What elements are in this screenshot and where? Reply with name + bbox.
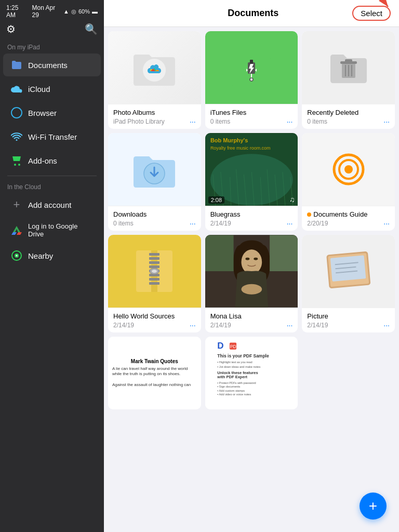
music-note-icon: ♫ [289,195,295,204]
docs-guide-more-btn[interactable]: ··· [383,219,390,228]
mona-lisa-thumbnail [205,235,298,308]
svg-rect-50 [149,282,159,285]
svg-text:• Sign documents: • Sign documents [217,385,240,388]
mona-lisa-name: Mona Lisa [210,312,293,320]
sidebar-item-nearby[interactable]: Nearby [3,244,101,267]
bluegrass-name: Bluegrass [210,210,293,218]
svg-text:• Add video or voice notes: • Add video or voice notes [217,393,251,396]
sidebar-item-browser[interactable]: Browser [3,101,101,124]
wifi-status-icon: ▲ [63,8,69,15]
svg-marker-6 [17,232,22,235]
nearby-label: Nearby [28,251,53,260]
hello-world-more-btn[interactable]: ··· [190,321,196,329]
svg-rect-14 [250,60,253,64]
svg-text:with PDF Expert: with PDF Expert [217,375,247,379]
mark-twain-title: Mark Twain Quotes [131,358,178,364]
settings-icon[interactable]: ⚙ [6,23,16,35]
photo-albums-meta: iPad Photo Library ··· [113,117,196,126]
sidebar: 1:25 AM Mon Apr 29 ▲ ◎ 60% ▬ ⚙ 🔍 On my i… [0,0,104,532]
svg-point-9 [16,255,18,257]
sidebar-item-wifi-transfer[interactable]: Wi-Fi Transfer [3,125,101,148]
sidebar-item-add-account[interactable]: + Add account [3,193,101,216]
bluegrass-info: Bluegrass 2/14/19 ··· [205,206,298,231]
location-icon: ◎ [71,8,76,15]
svg-text:• Highlight text as you read: • Highlight text as you read [217,361,252,364]
recently-deleted-more-btn[interactable]: ··· [383,117,390,126]
file-card-mark-twain[interactable]: Mark Twain Quotes A lie can travel half … [108,337,201,409]
mark-twain-body: A lie can travel half way around the wor… [112,366,197,388]
svg-marker-5 [11,232,17,235]
picture-info: Picture 2/14/19 ··· [302,308,395,332]
plus-circle-icon: + [10,198,23,211]
itunes-name: iTunes Files [210,109,293,116]
pdf-thumbnail: D PDF This is your PDF Sample • Highligh… [205,337,298,409]
cart-icon [10,154,23,167]
bluegrass-thumbnail: Bob Murphy's Royalty free music room.com… [205,133,298,206]
sidebar-item-documents[interactable]: Documents [3,54,101,76]
file-card-mona-lisa[interactable]: Mona Lisa 2/14/19 ··· [205,235,298,332]
browser-label: Browser [28,109,57,117]
downloads-name: Downloads [113,210,196,218]
hello-world-name: Hello World Sources [113,312,196,320]
mark-twain-thumbnail: Mark Twain Quotes A lie can travel half … [108,337,201,409]
sidebar-item-addons[interactable]: Add-ons [3,149,101,172]
photo-albums-thumbnail [108,31,201,104]
file-card-bluegrass[interactable]: Bob Murphy's Royalty free music room.com… [205,133,298,231]
hello-world-date: 2/14/19 [113,322,134,329]
page-title: Documents [154,8,352,19]
bluegrass-more-btn[interactable]: ··· [287,219,293,228]
file-card-picture[interactable]: Picture 2/14/19 ··· [302,235,395,332]
svg-text:PDF: PDF [230,344,239,349]
header-right: Select [352,6,391,21]
picture-more-btn[interactable]: ··· [383,321,390,329]
recently-deleted-meta: 0 items ··· [307,117,390,126]
downloads-meta: 0 items ··· [113,219,196,228]
svg-text:• Jot down ideas and make note: • Jot down ideas and make notes [217,365,260,368]
picture-name: Picture [307,312,390,320]
main-panel: Documents Select [104,0,399,532]
svg-point-0 [11,108,22,118]
bluegrass-date: 2/14/19 [210,220,231,227]
addons-label: Add-ons [28,156,57,165]
mona-lisa-date: 2/14/19 [210,322,231,329]
svg-text:• Add custom stamps: • Add custom stamps [217,389,245,392]
file-card-documents-guide[interactable]: Documents Guide 2/20/19 ··· [302,133,395,231]
bluegrass-meta: 2/14/19 ··· [210,219,293,228]
file-card-pdf[interactable]: D PDF This is your PDF Sample • Highligh… [205,337,298,409]
select-button[interactable]: Select [352,6,391,21]
photo-albums-name: Photo Albums [113,109,196,116]
file-card-downloads[interactable]: Downloads 0 items ··· [108,133,201,231]
recently-deleted-thumbnail [302,31,395,104]
svg-text:• Protect PDFs with password: • Protect PDFs with password [217,381,256,384]
photo-albums-info: Photo Albums iPad Photo Library ··· [108,104,201,129]
itunes-more-btn[interactable]: ··· [287,117,293,126]
mona-lisa-more-btn[interactable]: ··· [287,321,293,329]
search-icon[interactable]: 🔍 [85,23,98,35]
hello-world-thumbnail [108,235,201,308]
sidebar-divider [7,176,97,176]
file-card-itunes[interactable]: iTunes Files 0 items ··· [205,31,298,129]
svg-text:This is your PDF Sample: This is your PDF Sample [217,353,269,358]
downloads-more-btn[interactable]: ··· [190,219,196,228]
itunes-info: iTunes Files 0 items ··· [205,104,298,129]
downloads-info: Downloads 0 items ··· [108,206,201,231]
docs-guide-thumbnail [302,133,395,206]
svg-marker-4 [13,226,20,232]
file-card-hello-world[interactable]: Hello World Sources 2/14/19 ··· [108,235,201,332]
svg-rect-49 [149,278,159,281]
battery-percent: 60% [78,8,90,15]
file-card-photo-albums[interactable]: Photo Albums iPad Photo Library ··· [108,31,201,129]
docs-guide-info: Documents Guide 2/20/19 ··· [302,206,395,231]
cloud-icon [10,83,23,95]
file-card-recently-deleted[interactable]: Recently Deleted 0 items ··· [302,31,395,129]
add-fab-button[interactable]: + [360,493,387,520]
svg-point-3 [18,164,20,166]
svg-rect-43 [149,253,159,256]
svg-rect-63 [270,235,298,271]
itunes-date: 0 items [210,118,231,125]
sidebar-item-google-drive[interactable]: Log in to Google Drive [3,217,101,243]
sidebar-item-icloud[interactable]: iCloud [3,77,101,100]
svg-point-52 [152,270,157,273]
folder-icon [10,59,23,71]
photo-albums-more-btn[interactable]: ··· [190,117,196,126]
